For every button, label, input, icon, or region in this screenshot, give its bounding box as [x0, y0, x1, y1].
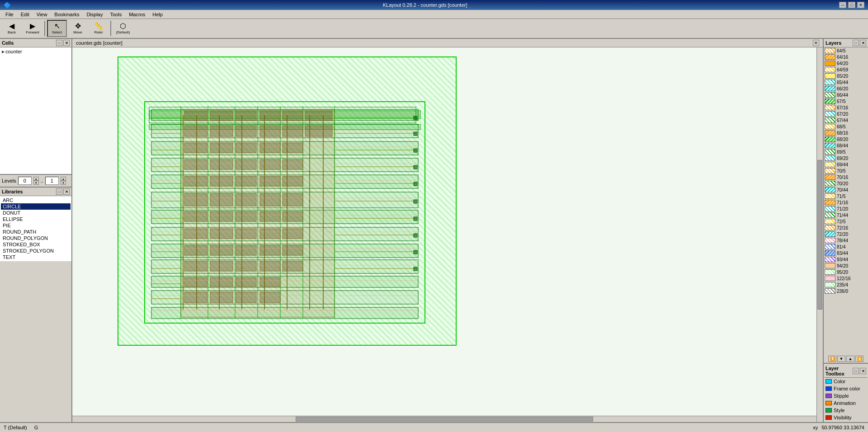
layer-toolbox-color-box-3 — [826, 401, 832, 405]
levels-from-down[interactable]: ▼ — [33, 181, 39, 185]
move-button[interactable]: ✥ Move — [68, 20, 88, 37]
layer-item-78-44[interactable]: 78/44 — [824, 237, 868, 244]
library-item-stroked_polygon[interactable]: STROKED_POLYGON — [1, 248, 71, 254]
layers-close-button[interactable]: ✕ — [860, 40, 866, 46]
layer-item-67-5[interactable]: 67/5 — [824, 98, 868, 104]
library-item-text[interactable]: TEXT — [1, 254, 71, 260]
layer-toolbox-item-visibility[interactable]: Visibility — [825, 414, 867, 421]
levels-to-up[interactable]: ▲ — [61, 177, 66, 181]
layer-item-72-16[interactable]: 72/16 — [824, 225, 868, 231]
layer-item-72-20[interactable]: 72/20 — [824, 231, 868, 237]
ruler-button[interactable]: 📏 Ruler — [89, 20, 108, 37]
levels-to-input[interactable] — [45, 177, 59, 185]
layer-item-122-16[interactable]: 122/16 — [824, 275, 868, 282]
minimize-button[interactable]: ─ — [839, 2, 846, 8]
layers-pin-button[interactable]: □ — [853, 40, 859, 46]
cells-pin-button[interactable]: □ — [56, 40, 62, 46]
menu-item-macros[interactable]: Macros — [125, 11, 149, 18]
layer-toolbox-item-stipple[interactable]: Stipple — [825, 392, 867, 399]
layer-toolbox-pin[interactable]: □ — [853, 368, 859, 374]
menu-item-help[interactable]: Help — [149, 11, 166, 18]
library-item-arc[interactable]: ARC — [1, 197, 71, 203]
layer-item-65-44[interactable]: 65/44 — [824, 79, 868, 85]
layer-toolbox-item-color[interactable]: Color — [825, 378, 867, 385]
vertical-scrollbar[interactable] — [816, 47, 823, 422]
horizontal-scroll-thumb[interactable] — [296, 417, 593, 422]
layer-nav-up[interactable]: ▲ — [846, 356, 854, 362]
menu-item-file[interactable]: File — [2, 11, 17, 18]
layer-item-70-44[interactable]: 70/44 — [824, 187, 868, 193]
layer-item-68-44[interactable]: 68/44 — [824, 142, 868, 149]
layer-item-83-44[interactable]: 83/44 — [824, 250, 868, 256]
layer-item-70-16[interactable]: 70/16 — [824, 174, 868, 180]
levels-from-input[interactable] — [18, 177, 32, 185]
menu-item-edit[interactable]: Edit — [17, 11, 33, 18]
maximize-button[interactable]: □ — [848, 2, 855, 8]
layer-item-68-20[interactable]: 68/20 — [824, 136, 868, 142]
library-item-circle[interactable]: CIRCLE — [1, 203, 71, 210]
select-button[interactable]: ↖ Select — [47, 20, 67, 37]
layer-item-67-16[interactable]: 67/16 — [824, 104, 868, 111]
menu-item-display[interactable]: Display — [83, 11, 106, 18]
svg-rect-72 — [236, 229, 256, 239]
layer-item-67-20[interactable]: 67/20 — [824, 111, 868, 117]
layer-item-95-20[interactable]: 95/20 — [824, 269, 868, 275]
forward-button[interactable]: ▶ Forward — [23, 20, 42, 37]
libraries-close-button[interactable]: ✕ — [63, 188, 70, 195]
library-item-round_polygon[interactable]: ROUND_POLYGON — [1, 235, 71, 241]
default-button[interactable]: ⬡ (Default) — [113, 20, 133, 37]
cells-close-button[interactable]: ✕ — [63, 40, 70, 46]
layer-item-66-20[interactable]: 66/20 — [824, 85, 868, 92]
layer-nav-top[interactable]: ⏫ — [855, 356, 863, 362]
layer-toolbox-item-style[interactable]: Style — [825, 407, 867, 414]
back-button[interactable]: ◀ Back — [2, 20, 22, 37]
layer-item-64-5[interactable]: 64/5 — [824, 47, 868, 54]
layer-nav-bottom[interactable]: ⏬ — [828, 356, 836, 362]
close-button[interactable]: ✕ — [857, 2, 864, 8]
layer-item-66-44[interactable]: 66/44 — [824, 92, 868, 98]
layer-item-70-20[interactable]: 70/20 — [824, 180, 868, 187]
layer-item-70-5[interactable]: 70/5 — [824, 168, 868, 174]
layer-item-71-20[interactable]: 71/20 — [824, 206, 868, 212]
layer-item-235-4[interactable]: 235/4 — [824, 282, 868, 288]
layer-item-71-16[interactable]: 71/16 — [824, 199, 868, 206]
layer-item-64-59[interactable]: 64/59 — [824, 66, 868, 73]
viewport[interactable] — [72, 47, 823, 422]
layer-item-71-5[interactable]: 71/5 — [824, 193, 868, 199]
menu-item-tools[interactable]: Tools — [106, 11, 125, 18]
library-item-ellipse[interactable]: ELLIPSE — [1, 216, 71, 222]
library-item-stroked_box[interactable]: STROKED_BOX — [1, 241, 71, 248]
layer-item-236-0[interactable]: 236/0 — [824, 288, 868, 294]
layer-toolbox-item-animation[interactable]: Animation — [825, 399, 867, 407]
library-item-round_path[interactable]: ROUND_PATH — [1, 229, 71, 235]
layer-nav-down[interactable]: ▼ — [837, 356, 845, 362]
layer-item-65-20[interactable]: 65/20 — [824, 73, 868, 79]
layer-item-68-16[interactable]: 68/16 — [824, 130, 868, 136]
layer-item-69-20[interactable]: 69/20 — [824, 155, 868, 161]
layer-item-81-4[interactable]: 81/4 — [824, 244, 868, 250]
library-item-pie[interactable]: PIE — [1, 222, 71, 229]
layer-item-93-44[interactable]: 93/44 — [824, 256, 868, 263]
layer-item-69-5[interactable]: 69/5 — [824, 149, 868, 155]
layer-item-64-16[interactable]: 64/16 — [824, 54, 868, 60]
library-item-donut[interactable]: DONUT — [1, 210, 71, 216]
viewport-close-button[interactable]: ✕ — [813, 40, 819, 46]
layer-item-94-20[interactable]: 94/20 — [824, 263, 868, 269]
layer-toolbox-item-frame-color[interactable]: Frame color — [825, 385, 867, 392]
horizontal-scrollbar[interactable] — [72, 416, 816, 422]
vertical-scroll-thumb[interactable] — [817, 160, 822, 310]
layer-item-71-44[interactable]: 71/44 — [824, 212, 868, 218]
layer-item-68-5[interactable]: 68/5 — [824, 123, 868, 130]
levels-from-up[interactable]: ▲ — [33, 177, 39, 181]
menu-item-bookmarks[interactable]: Bookmarks — [51, 11, 83, 18]
layer-item-64-20[interactable]: 64/20 — [824, 60, 868, 66]
title-text: KLayout 0.28.2 - counter.gds [counter] — [383, 2, 467, 8]
levels-to-down[interactable]: ▼ — [61, 181, 66, 185]
layer-item-67-44[interactable]: 67/44 — [824, 117, 868, 123]
cell-item-counter[interactable]: ▶ counter — [1, 48, 71, 55]
layer-item-72-5[interactable]: 72/5 — [824, 218, 868, 225]
libraries-pin-button[interactable]: □ — [56, 188, 62, 195]
layer-toolbox-close[interactable]: ✕ — [860, 368, 866, 374]
menu-item-view[interactable]: View — [33, 11, 51, 18]
layer-item-69-44[interactable]: 69/44 — [824, 161, 868, 168]
